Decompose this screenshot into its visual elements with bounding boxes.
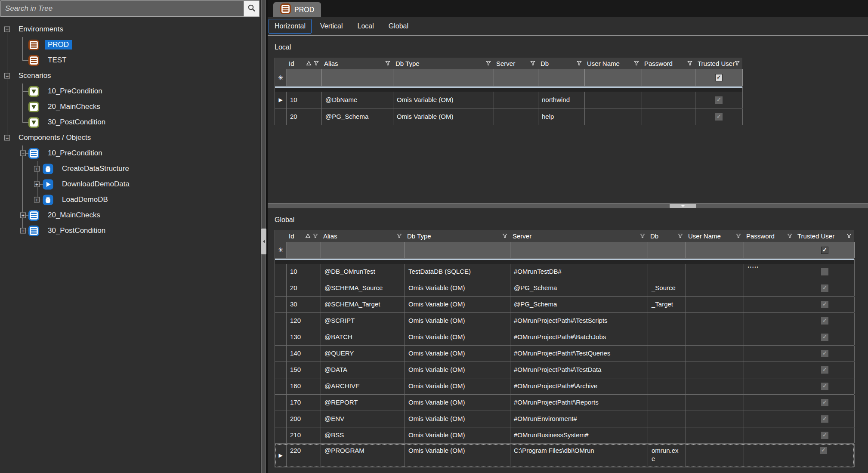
row-header[interactable] — [275, 297, 287, 312]
cell-password[interactable] — [744, 444, 795, 467]
new-row-cell-user-name[interactable] — [585, 69, 642, 86]
cell-server[interactable]: #OMrunEnvironment# — [510, 411, 648, 427]
cell-trusted-user[interactable]: ✓ — [795, 378, 855, 394]
filter-icon[interactable] — [736, 232, 741, 240]
cell-trusted-user[interactable]: ✓ — [795, 280, 855, 296]
table-row[interactable]: 170@REPORTOmis Variable (OM)#OMrunProjec… — [275, 395, 854, 411]
cell-server[interactable]: #OMrunProjectPath#\TestScripts — [510, 313, 648, 329]
search-input[interactable] — [1, 1, 244, 16]
cell-server[interactable] — [494, 108, 538, 125]
table-row[interactable]: 10@DB_OMrunTestTestDataDB (SQLCE)#OMrunT… — [275, 264, 854, 280]
cell-alias[interactable]: @DATA — [321, 362, 405, 378]
cell-trusted-user[interactable]: ✓ — [795, 346, 855, 362]
cell-db-type[interactable]: Omis Variable (OM) — [405, 444, 510, 467]
collapse-expander-icon[interactable]: − — [4, 27, 10, 32]
column-header-id[interactable]: Id — [286, 58, 321, 69]
row-header[interactable] — [275, 362, 287, 378]
tree-item-test[interactable]: TEST — [0, 53, 260, 68]
cell-password[interactable] — [642, 108, 695, 125]
cell-password[interactable]: ***** — [744, 264, 795, 280]
cell-user-name[interactable] — [686, 395, 744, 411]
column-header-server[interactable]: Server — [494, 58, 538, 69]
column-header-server[interactable]: Server — [510, 230, 648, 242]
tree-item-30-postcondition[interactable]: +30_PostCondition — [0, 223, 260, 238]
cell-db[interactable]: northwind — [538, 92, 585, 108]
row-header[interactable] — [275, 395, 287, 411]
filter-icon[interactable] — [787, 232, 792, 240]
cell-trusted-user[interactable]: ✓ — [795, 444, 855, 467]
filter-icon[interactable] — [314, 60, 319, 67]
new-row-header[interactable]: ✳ — [275, 242, 287, 258]
collapse-expander-icon[interactable]: − — [20, 151, 26, 156]
cell-user-name[interactable] — [686, 411, 744, 427]
row-header[interactable] — [275, 411, 287, 427]
splitter-collapse-handle-vertical[interactable] — [261, 229, 266, 254]
table-row[interactable]: 210@BSSOmis Variable (OM)#OMrunBusinessS… — [275, 427, 854, 444]
tree-item-createdatastructure[interactable]: +CreateDataStructure — [0, 161, 260, 176]
column-header-password[interactable]: Password — [642, 58, 695, 69]
view-tab-local[interactable]: Local — [352, 19, 380, 34]
cell-alias[interactable]: @SCHEMA_Target — [321, 297, 405, 312]
cell-db[interactable] — [648, 329, 686, 345]
cell-alias[interactable]: @REPORT — [321, 395, 405, 411]
cell-db-type[interactable]: TestDataDB (SQLCE) — [405, 264, 510, 280]
cell-alias[interactable]: @PROGRAM — [321, 444, 405, 467]
cell-alias[interactable]: @PG_Schema — [322, 108, 393, 125]
row-header[interactable] — [275, 313, 287, 329]
cell-password[interactable] — [744, 280, 795, 296]
splitter-collapse-handle-horizontal[interactable] — [670, 204, 696, 208]
cell-db[interactable] — [648, 378, 686, 394]
cell-password[interactable] — [744, 411, 795, 427]
table-row[interactable]: 150@DATAOmis Variable (OM)#OMrunProjectP… — [275, 362, 854, 378]
cell-alias[interactable]: @BATCH — [321, 329, 405, 345]
trusted-user-checkbox[interactable]: ✓ — [821, 317, 828, 325]
cell-trusted-user[interactable]: ✓ — [795, 411, 855, 427]
trusted-user-checkbox[interactable]: ✓ — [821, 383, 828, 390]
cell-user-name[interactable] — [585, 108, 642, 125]
cell-db[interactable]: _Target — [648, 297, 686, 312]
filter-icon[interactable] — [530, 60, 535, 67]
filter-icon[interactable] — [397, 232, 402, 240]
cell-db-type[interactable]: Omis Variable (OM) — [405, 280, 510, 296]
cell-password[interactable] — [744, 362, 795, 378]
trusted-user-checkbox[interactable]: ✓ — [821, 415, 828, 423]
row-header[interactable]: ▶ — [275, 92, 287, 108]
cell-db-type[interactable]: Omis Variable (OM) — [405, 395, 510, 411]
cell-user-name[interactable] — [686, 362, 744, 378]
cell-id[interactable]: 20 — [287, 280, 321, 296]
row-header[interactable] — [275, 427, 287, 443]
cell-db-type[interactable]: Omis Variable (OM) — [405, 346, 510, 362]
cell-password[interactable] — [744, 346, 795, 362]
cell-db[interactable] — [648, 362, 686, 378]
cell-id[interactable]: 130 — [287, 329, 321, 345]
table-row[interactable]: 20@SCHEMA_SourceOmis Variable (OM)@PG_Sc… — [275, 280, 854, 297]
filter-icon[interactable] — [640, 232, 645, 240]
column-header-trusted-user[interactable]: Trusted User — [795, 230, 854, 242]
cell-password[interactable] — [744, 427, 795, 443]
new-row-cell-trusted-user[interactable]: ✓ — [795, 242, 855, 258]
cell-server[interactable]: #OMrunProjectPath#\Archive — [510, 378, 648, 394]
cell-user-name[interactable] — [686, 329, 744, 345]
cell-db-type[interactable]: Omis Variable (OM) — [405, 329, 510, 345]
trusted-user-checkbox[interactable]: ✓ — [821, 350, 828, 357]
cell-trusted-user[interactable]: ✓ — [695, 108, 743, 125]
filter-icon[interactable] — [486, 60, 491, 67]
tree-item-20-mainchecks[interactable]: +20_MainChecks — [0, 207, 260, 223]
new-row-cell-db[interactable] — [648, 242, 686, 258]
tree-item-scenarios[interactable]: −Scenarios — [0, 68, 260, 83]
tree-item-10-precondition[interactable]: 10_PreCondition — [0, 83, 260, 99]
tree-item-loaddemodb[interactable]: +LoadDemoDB — [0, 192, 260, 207]
cell-id[interactable]: 160 — [287, 378, 321, 394]
cell-user-name[interactable] — [686, 280, 744, 296]
cell-trusted-user[interactable]: ✓ — [795, 427, 855, 443]
trusted-user-checkbox[interactable]: ✓ — [715, 113, 723, 121]
cell-password[interactable] — [744, 378, 795, 394]
cell-user-name[interactable] — [686, 346, 744, 362]
cell-id[interactable]: 20 — [287, 108, 322, 125]
cell-trusted-user[interactable]: ✓ — [695, 92, 743, 108]
cell-id[interactable]: 140 — [287, 346, 321, 362]
trusted-user-checkbox[interactable]: ✓ — [821, 284, 828, 292]
trusted-user-checkbox[interactable]: ✓ — [821, 334, 828, 341]
table-row[interactable]: ▶220@PROGRAMOmis Variable (OM)C:\Program… — [275, 444, 854, 467]
table-row[interactable]: 140@QUERYOmis Variable (OM)#OMrunProject… — [275, 346, 854, 362]
